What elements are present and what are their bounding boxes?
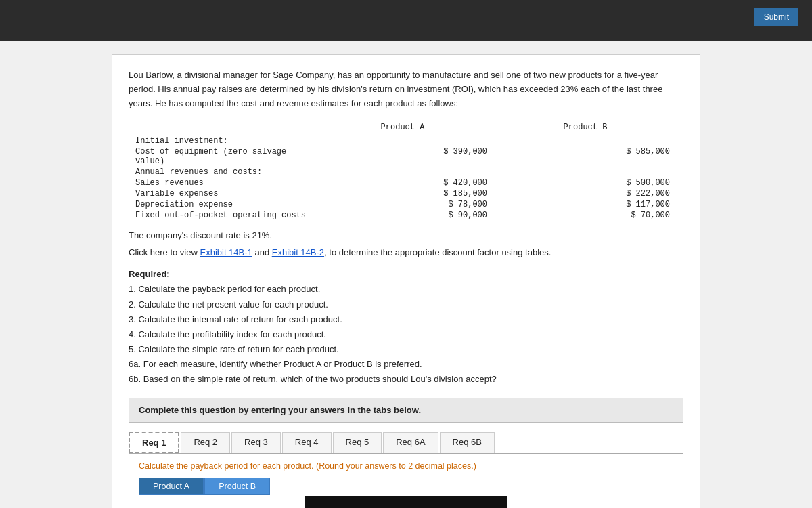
product-tabs: Product AProduct B	[139, 478, 673, 495]
required-item: 2. Calculate the net present value for e…	[129, 297, 683, 312]
table-cell-b: $ 585,000	[501, 146, 683, 167]
tab-req2[interactable]: Req 2	[181, 432, 230, 453]
answer-input-bar[interactable]	[304, 496, 508, 508]
required-item: 6a. For each measure, identify whether P…	[129, 357, 683, 372]
table-cell-a: $ 185,000	[318, 188, 501, 199]
content-box: Lou Barlow, a divisional manager for Sag…	[112, 54, 700, 508]
required-section: Required: 1. Calculate the payback perio…	[129, 267, 683, 387]
exhibit-suffix: , to determine the appropriate discount …	[324, 247, 551, 257]
tab-req5[interactable]: Req 5	[333, 432, 382, 453]
table-cell-b: $ 222,000	[501, 188, 683, 199]
req-instruction-note: (Round your answers to 2 decimal places.…	[316, 461, 476, 471]
table-cell-a	[318, 135, 501, 147]
table-cell-a: $ 390,000	[318, 146, 501, 167]
table-cell-label: Initial investment:	[129, 135, 318, 147]
table-cell-a: $ 90,000	[318, 210, 501, 221]
submit-button[interactable]: Submit	[754, 8, 798, 26]
table-row: Sales revenues $ 420,000 $ 500,000	[129, 177, 683, 188]
req-content: Calculate the payback period for each pr…	[129, 454, 683, 508]
table-cell-label: Sales revenues	[129, 177, 318, 188]
table-row: Fixed out-of-pocket operating costs $ 90…	[129, 210, 683, 221]
required-item: 1. Calculate the payback period for each…	[129, 282, 683, 297]
complete-box: Complete this question by entering your …	[129, 398, 683, 423]
table-cell-b	[501, 135, 683, 147]
product-tab-product-b[interactable]: Product B	[204, 478, 270, 495]
tab-req6a[interactable]: Req 6A	[383, 432, 438, 453]
required-item: 3. Calculate the internal rate of return…	[129, 312, 683, 327]
table-header-blank	[129, 121, 318, 135]
table-cell-b	[501, 167, 683, 177]
table-header-product-a: Product A	[318, 121, 501, 135]
table-row: Cost of equipment (zero salvage value) $…	[129, 146, 683, 167]
discount-text: The company's discount rate is 21%.	[129, 230, 683, 240]
table-cell-b: $ 117,000	[501, 199, 683, 210]
table-cell-label: Depreciation expense	[129, 199, 318, 210]
product-tab-product-a[interactable]: Product A	[139, 478, 204, 495]
financial-table: Product A Product B Initial investment: …	[129, 121, 683, 221]
header-bar: Submit	[0, 0, 812, 41]
table-cell-label: Variable expenses	[129, 188, 318, 199]
exhibit-link-1[interactable]: Exhibit 14B-1	[200, 247, 252, 257]
table-cell-b: $ 500,000	[501, 177, 683, 188]
table-cell-a: $ 420,000	[318, 177, 501, 188]
table-cell-label: Cost of equipment (zero salvage value)	[129, 146, 318, 167]
table-row: Annual revenues and costs:	[129, 167, 683, 177]
req-instruction-prefix: Calculate the payback period for each pr…	[139, 461, 316, 471]
exhibit-text: Click here to view Exhibit 14B-1 and Exh…	[129, 247, 683, 257]
table-cell-label: Annual revenues and costs:	[129, 167, 318, 177]
required-item: 5. Calculate the simple rate of return f…	[129, 342, 683, 357]
tab-req3[interactable]: Req 3	[231, 432, 281, 453]
table-cell-label: Fixed out-of-pocket operating costs	[129, 210, 318, 221]
tab-req4[interactable]: Req 4	[282, 432, 332, 453]
tab-req1[interactable]: Req 1	[129, 432, 179, 453]
page-wrapper: Lou Barlow, a divisional manager for Sag…	[0, 41, 812, 508]
table-row: Variable expenses $ 185,000 $ 222,000	[129, 188, 683, 199]
exhibit-prefix: Click here to view	[129, 247, 200, 257]
required-heading: Required:	[129, 269, 170, 279]
tabs-container: Req 1Req 2Req 3Req 4Req 5Req 6AReq 6B	[129, 432, 683, 454]
required-item: 6b. Based on the simple rate of return, …	[129, 372, 683, 387]
intro-paragraph: Lou Barlow, a divisional manager for Sag…	[129, 68, 683, 110]
table-row: Initial investment:	[129, 135, 683, 147]
table-header-product-b: Product B	[501, 121, 683, 135]
exhibit-link-2[interactable]: Exhibit 14B-2	[272, 247, 324, 257]
required-item: 4. Calculate the profitability index for…	[129, 327, 683, 342]
table-cell-a	[318, 167, 501, 177]
tab-req6b[interactable]: Req 6B	[440, 432, 495, 453]
exhibit-middle: and	[252, 247, 272, 257]
table-row: Depreciation expense $ 78,000 $ 117,000	[129, 199, 683, 210]
table-cell-b: $ 70,000	[501, 210, 683, 221]
req-instruction: Calculate the payback period for each pr…	[139, 461, 673, 471]
table-cell-a: $ 78,000	[318, 199, 501, 210]
